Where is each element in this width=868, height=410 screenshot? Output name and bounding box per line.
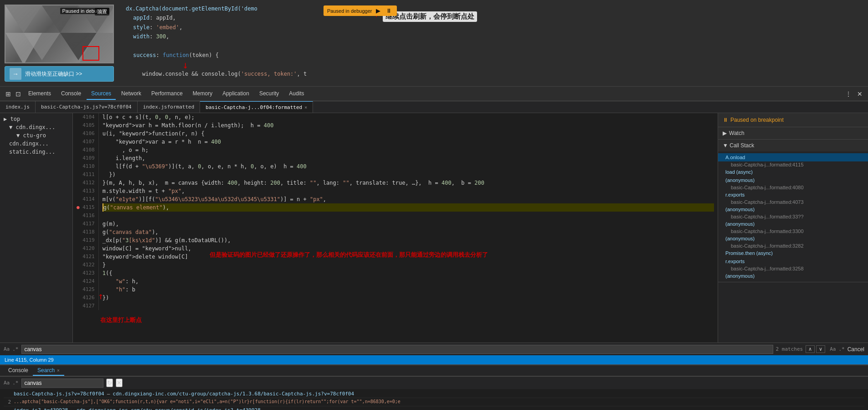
- watch-header[interactable]: ▶ Watch: [718, 127, 868, 139]
- line-number: 4121: [77, 253, 95, 261]
- console-row-url: index.js?_t=439928: [14, 407, 68, 410]
- line-numbers: 4104410541064107410841094110411141124113…: [73, 113, 99, 310]
- paused-badge: ⏸ Paused on breakpoint: [718, 113, 868, 127]
- console-tab[interactable]: Console: [4, 366, 33, 376]
- toolbar-tab-security[interactable]: Security: [255, 88, 283, 100]
- call-stack-item[interactable]: (anonymous): [718, 220, 868, 228]
- toolbar-tab-network[interactable]: Network: [117, 88, 146, 100]
- find-next-btn[interactable]: ∨: [816, 345, 825, 353]
- devtools-toolbar: ⊞ ⊡ ElementsConsoleSourcesNetworkPerform…: [0, 87, 868, 101]
- inspect-btn[interactable]: ⊡: [14, 89, 23, 99]
- console-row[interactable]: 2...aptcha["basic-Captcha-js"],["OK6";fu…: [4, 398, 864, 406]
- console-tab-close[interactable]: ×: [57, 368, 60, 373]
- find-aa-toggle: Aa: [830, 346, 836, 352]
- call-stack-file: basic-Captcha-j...formatted:3258: [718, 265, 868, 272]
- code-line: }): [103, 171, 714, 179]
- line-number: 4118: [77, 228, 95, 236]
- paused-label: Paused on breakpoint: [730, 117, 784, 123]
- settings-icon[interactable]: ⋮: [843, 89, 853, 99]
- close-devtools-btn[interactable]: ✕: [855, 89, 864, 99]
- code-line-success: success: function(token) {: [133, 51, 861, 60]
- search-refresh-btn[interactable]: ↻: [106, 379, 113, 387]
- call-stack-item[interactable]: load (async): [718, 168, 868, 176]
- call-stack-header[interactable]: ▼ Call Stack: [718, 140, 868, 151]
- find-regex-toggle: .*: [838, 346, 844, 352]
- find-dot-label: .*: [12, 346, 18, 352]
- toolbar-tab-console[interactable]: Console: [56, 88, 86, 100]
- call-stack-file: basic-Captcha-j...formatted:3300: [718, 228, 868, 234]
- annotation-text-2: 但是验证码的图片已经做了还原操作了，那么相关的代码应该还在前面，那只能通过旁边的…: [210, 251, 563, 259]
- toolbar-tab-application[interactable]: Application: [218, 88, 254, 100]
- step-btn[interactable]: ⏸: [385, 7, 393, 15]
- tree-item[interactable]: ▶ top: [0, 115, 72, 123]
- paused-text: Paused in debugger: [327, 8, 372, 14]
- line-number: 4109: [77, 154, 95, 162]
- toolbar-tab-sources[interactable]: Sources: [87, 88, 116, 100]
- file-tab[interactable]: index.js: [0, 101, 36, 113]
- slide-arrow-btn[interactable]: →: [10, 68, 21, 80]
- toolbar-right-icons: ⋮ ✕: [843, 89, 864, 99]
- console-sep: —: [71, 407, 74, 410]
- code-editor[interactable]: 4104410541064107410841094110411141124113…: [73, 113, 718, 343]
- file-tab-close[interactable]: ×: [304, 105, 307, 110]
- line-number: 4117: [77, 220, 95, 228]
- call-stack-item[interactable]: (anonymous): [718, 234, 868, 243]
- file-tab[interactable]: basic-Captcha-js.js?v=78cf0f04: [36, 101, 138, 113]
- line-number: 4113: [77, 187, 95, 195]
- toolbar-tab-audits[interactable]: Audits: [284, 88, 308, 100]
- tree-item[interactable]: static.ding...: [0, 148, 72, 156]
- find-input[interactable]: [21, 345, 773, 354]
- console-row-full: cdn.dingxiang-inc.com/ctu-group/constid-…: [77, 407, 261, 410]
- call-stack-item[interactable]: (anonymous): [718, 205, 868, 213]
- find-cancel-btn[interactable]: Cancel: [847, 346, 864, 353]
- code-line: [103, 212, 714, 220]
- toolbar-tab-performance[interactable]: Performance: [147, 88, 187, 100]
- resume-btn[interactable]: ▶: [375, 7, 382, 15]
- tree-item[interactable]: ▼ ctu-gro: [0, 131, 72, 140]
- toggle-btn[interactable]: ⊞: [4, 89, 13, 99]
- call-stack-file: basic-Captcha-j...formatted:4080: [718, 184, 868, 191]
- call-stack-item[interactable]: A.onload: [718, 153, 868, 161]
- console-row[interactable]: index.js?_t=439928 — cdn.dingxiang-inc.c…: [4, 406, 864, 410]
- tree-item[interactable]: cdn.dingx...: [0, 140, 72, 148]
- watch-chevron: ▶: [723, 130, 727, 136]
- find-options: ∧ ∨: [806, 345, 825, 353]
- tree-item[interactable]: ▼ cdn.dingx...: [0, 123, 72, 131]
- file-tree: ▶ top▼ cdn.dingx...▼ ctu-grocdn.dingx...…: [0, 113, 73, 343]
- line-number: 4106: [77, 130, 95, 138]
- code-line: i.length,: [103, 154, 714, 162]
- search-input[interactable]: [21, 379, 103, 388]
- status-bar: Line 4115, Column 29: [0, 355, 868, 364]
- search-dot-label: .*: [12, 380, 18, 386]
- call-stack-item[interactable]: (anonymous): [718, 272, 868, 280]
- code-line: [103, 302, 714, 310]
- file-tabs-container: index.jsbasic-Captcha-js.js?v=78cf0f04in…: [0, 101, 313, 113]
- console-row-num: [4, 391, 11, 397]
- call-stack-item[interactable]: r.exports: [718, 257, 868, 265]
- slide-bar[interactable]: → 滑动滑块至正确缺口 >>: [5, 66, 114, 82]
- toolbar-tab-memory[interactable]: Memory: [188, 88, 217, 100]
- console-tab[interactable]: Search×: [33, 366, 64, 376]
- console-row[interactable]: basic-Captcha-js.js?v=78cf0f04 — cdn.din…: [4, 390, 864, 398]
- search-clear-btn[interactable]: ✕: [116, 379, 123, 387]
- file-tab[interactable]: basic-Captcha-j...0f04:formatted×: [200, 101, 313, 113]
- code-content: l[o + c + s](t, 0, 0, n, e);"keyword">va…: [99, 113, 718, 310]
- line-number: 4120: [77, 244, 95, 253]
- call-stack-content: A.onloadbasic-Captcha-j...formatted:4115…: [718, 151, 868, 282]
- code-line: "w": h,: [103, 277, 714, 285]
- breakpoint-marker[interactable]: ●: [77, 204, 80, 210]
- toolbar-tabs: ElementsConsoleSourcesNetworkPerformance…: [24, 88, 309, 100]
- call-stack-item[interactable]: Promise.then (async): [718, 249, 868, 257]
- file-tab[interactable]: index.jsformatted: [138, 101, 200, 113]
- code-line: l[o + c + s](t, 0, 0, n, e);: [103, 113, 714, 121]
- find-prev-btn[interactable]: ∧: [806, 345, 815, 353]
- line-number: 4126: [77, 294, 95, 302]
- call-stack-item[interactable]: (anonymous): [718, 176, 868, 184]
- line-number: 4107: [77, 138, 95, 146]
- code-line-style: style: 'embed',: [133, 23, 861, 32]
- call-stack-item[interactable]: r.exports: [718, 191, 868, 199]
- toolbar-tab-elements[interactable]: Elements: [24, 88, 56, 100]
- line-number: 4119: [77, 236, 95, 244]
- line-number: 4123: [77, 269, 95, 277]
- file-tree-container: ▶ top▼ cdn.dingx...▼ ctu-grocdn.dingx...…: [0, 115, 72, 156]
